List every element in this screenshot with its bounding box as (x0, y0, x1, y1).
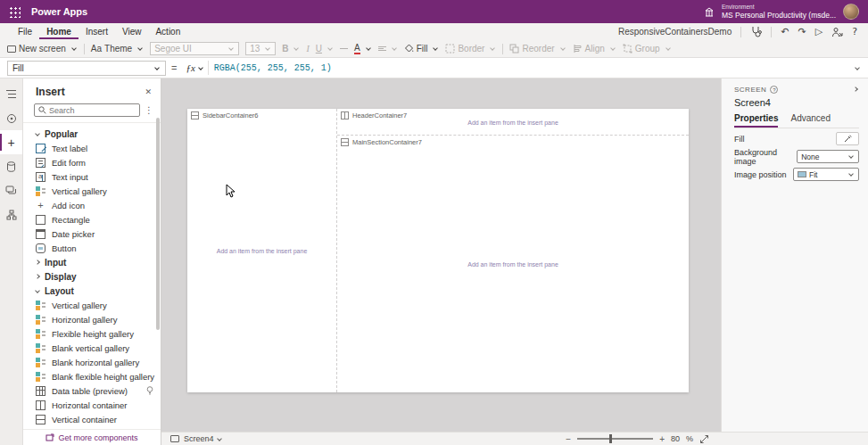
background-image-select[interactable]: None (797, 150, 859, 163)
section-input[interactable]: Input (23, 255, 161, 269)
tab-advanced[interactable]: Advanced (790, 113, 830, 128)
fx-button[interactable]: ƒx (182, 61, 208, 75)
menu-home[interactable]: Home (39, 25, 79, 39)
menu-action[interactable]: Action (148, 25, 187, 39)
reorder-icon (509, 44, 519, 54)
share-user-icon[interactable] (831, 27, 843, 37)
menu-file[interactable]: File (11, 25, 39, 39)
formula-input[interactable]: RGBA(255, 255, 255, 1) (214, 63, 847, 73)
fit-to-window-icon[interactable] (699, 434, 709, 444)
container-hint: Add an item from the insert pane (337, 261, 689, 268)
tree-view-icon[interactable] (0, 82, 22, 106)
group-button[interactable]: Group (623, 44, 672, 54)
insert-item-blank-flexible-height-gallery[interactable]: Blank flexible height gallery (23, 369, 161, 383)
insert-item-flexible-height-gallery[interactable]: Flexible height gallery (23, 326, 161, 341)
border-button[interactable]: Border (445, 44, 496, 54)
data-icon[interactable] (0, 154, 22, 178)
screen-select-chevron[interactable] (217, 436, 222, 441)
zoom-slider-thumb[interactable] (609, 434, 612, 443)
text-align-button[interactable] (378, 46, 398, 51)
button-icon (36, 243, 45, 253)
expand-panel-chevron[interactable] (853, 87, 858, 92)
waffle-icon[interactable] (9, 6, 21, 18)
media-icon[interactable] (0, 106, 22, 130)
virtual-agents-icon[interactable] (0, 178, 22, 202)
insert-item-horizontal-gallery[interactable]: Horizontal gallery (23, 312, 161, 326)
screen-icon (7, 45, 16, 53)
advanced-tools-icon[interactable] (0, 202, 22, 227)
insert-item-rectangle[interactable]: Rectangle (23, 212, 161, 227)
italic-button[interactable]: I (306, 44, 309, 54)
font-size-select[interactable]: 13 (245, 42, 276, 55)
underline-button[interactable]: U (316, 44, 334, 54)
avatar[interactable] (843, 4, 859, 20)
fill-button[interactable]: Fill (404, 44, 440, 54)
insert-item-text-input[interactable]: Text input (23, 169, 161, 184)
insert-item-add-icon[interactable]: +Add icon (23, 198, 161, 212)
container-name: MainSectionContainer7 (352, 138, 422, 146)
insert-item-vertical-container[interactable]: Vertical container (23, 412, 161, 426)
main-section-container[interactable]: MainSectionContainer7 Add an item from t… (337, 136, 689, 392)
section-display[interactable]: Display (23, 269, 161, 284)
equals-sign: = (171, 62, 177, 73)
screen-canvas[interactable]: SidebarContainer6 Add an item from the i… (187, 109, 689, 392)
tab-properties[interactable]: Properties (734, 113, 778, 128)
reorder-button[interactable]: Reorder (509, 44, 566, 54)
insert-item-horizontal-container[interactable]: Horizontal container (23, 398, 161, 412)
search-box[interactable] (34, 103, 140, 117)
image-position-label: Image position (734, 170, 787, 179)
zoom-in-button[interactable]: + (659, 434, 665, 444)
more-options-icon[interactable]: ⋮ (145, 105, 153, 115)
undo-icon[interactable]: ↶ (781, 26, 789, 37)
section-layout[interactable]: Layout (23, 284, 161, 298)
gallery-icon (36, 301, 45, 310)
theme-button[interactable]: Aa Theme (91, 44, 144, 54)
insert-item-data-table[interactable]: Data table (preview) (23, 383, 161, 398)
screen-icon (170, 435, 179, 442)
play-preview-icon[interactable]: ▷ (815, 26, 823, 37)
formula-expand-chevron[interactable] (855, 65, 860, 70)
close-icon[interactable]: ✕ (145, 87, 152, 96)
align-button[interactable]: Align (573, 44, 616, 54)
insert-item-date-picker[interactable]: Date picker (23, 227, 161, 241)
font-family-select[interactable]: Segoe UI (150, 42, 239, 55)
insert-item-edit-form[interactable]: Edit form (23, 155, 161, 169)
font-color-button[interactable]: A (354, 44, 372, 54)
menu-view[interactable]: View (115, 25, 149, 39)
align-icon (573, 44, 583, 54)
panel-scrollbar[interactable] (156, 118, 160, 330)
gallery-icon (36, 343, 45, 353)
new-screen-button[interactable]: New screen (7, 44, 78, 54)
search-input[interactable] (49, 106, 120, 115)
insert-icon[interactable]: + (0, 130, 22, 154)
border-icon (445, 44, 455, 54)
zoom-out-button[interactable]: − (566, 434, 571, 444)
insert-item-vertical-gallery[interactable]: Vertical gallery (23, 184, 161, 198)
app-checker-icon[interactable] (750, 26, 762, 37)
insert-item-button[interactable]: Button (23, 241, 161, 255)
canvas-area[interactable]: SidebarContainer6 Add an item from the i… (161, 78, 721, 432)
insert-item-text-label[interactable]: Text label (23, 141, 161, 155)
background-image-label: Background image (734, 148, 797, 166)
get-more-components-link[interactable]: Get more components (23, 429, 161, 445)
help-icon[interactable]: ? (852, 26, 857, 37)
insert-item-blank-horizontal-gallery[interactable]: Blank horizontal gallery (23, 355, 161, 369)
menu-insert[interactable]: Insert (79, 25, 115, 39)
selected-object-name: Screen4 (734, 97, 859, 108)
header-container[interactable]: HeaderContainer7 Add an item from the in… (337, 109, 689, 136)
image-position-select[interactable]: Fit (793, 168, 859, 181)
insert-item-vertical-gallery-2[interactable]: Vertical gallery (23, 298, 161, 312)
section-popular[interactable]: Popular (23, 127, 161, 141)
environment-picker[interactable]: Environment MS Personal Productivity (ms… (722, 4, 836, 20)
gallery-icon (36, 372, 45, 382)
sidebar-container[interactable]: SidebarContainer6 Add an item from the i… (187, 109, 337, 392)
insert-component-list: Popular Text label Edit form Text input … (23, 123, 161, 429)
redo-icon[interactable]: ↷ (798, 26, 806, 37)
help-circle-icon[interactable]: ? (770, 86, 778, 94)
strikethrough-button[interactable] (340, 48, 348, 49)
insert-item-blank-vertical-gallery[interactable]: Blank vertical gallery (23, 341, 161, 355)
property-select[interactable]: Fill (7, 61, 166, 76)
fill-color-picker[interactable] (836, 132, 859, 145)
zoom-slider[interactable] (577, 438, 653, 440)
bold-button[interactable]: B (282, 44, 300, 54)
